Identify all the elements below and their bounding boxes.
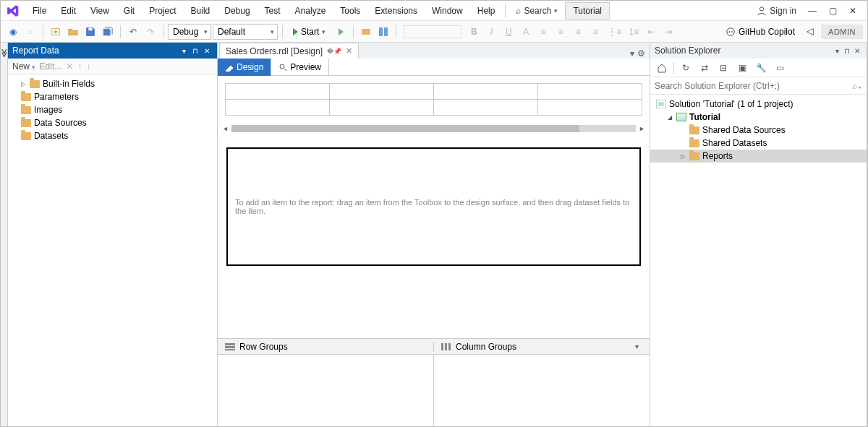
menu-search[interactable]: ⌕ Search ▾ (509, 6, 565, 16)
panel-pin-icon[interactable]: ⊓ (842, 47, 852, 55)
sol-properties-button[interactable]: 🔧 (754, 61, 768, 75)
solution-explorer-header[interactable]: Solution Explorer ▾ ⊓ ✕ (650, 43, 867, 59)
window-maximize-button[interactable]: ▢ (822, 4, 843, 18)
solution-shared-data-sources[interactable]: Shared Data Sources (650, 124, 867, 137)
menu-window[interactable]: Window (425, 3, 470, 19)
nav-fwd-button[interactable]: ○ (22, 24, 38, 40)
tool-icon-1[interactable] (358, 24, 374, 40)
menu-file[interactable]: File (25, 3, 54, 19)
svg-rect-13 (441, 343, 443, 350)
preview-mode-tab[interactable]: Preview (271, 59, 329, 76)
menu-tutorial[interactable]: Tutorial (565, 2, 610, 20)
tree-images[interactable]: Images (8, 103, 217, 116)
panel-close-icon[interactable]: ✕ (201, 45, 213, 56)
platform-select[interactable]: Default (213, 24, 278, 40)
sol-collapse-button[interactable]: ⊟ (716, 61, 731, 75)
up-icon[interactable]: ↑ (77, 61, 82, 72)
menu-tools[interactable]: Tools (333, 3, 367, 19)
save-button[interactable] (82, 24, 98, 40)
row-groups-header[interactable]: Row Groups (218, 342, 433, 352)
panel-dropdown-icon[interactable]: ▾ (832, 47, 842, 55)
outdent-button[interactable]: ⇤ (643, 24, 659, 40)
config-select[interactable]: Debug (168, 24, 211, 40)
tool-icon-2[interactable] (375, 24, 391, 40)
report-data-new-button[interactable]: New (12, 61, 35, 72)
sign-in-button[interactable]: Sign in (751, 6, 802, 16)
underline-button[interactable]: U (501, 24, 516, 40)
bold-button[interactable]: B (466, 24, 482, 40)
ruler-scrollbar[interactable]: ◄► (218, 123, 650, 134)
window-minimize-button[interactable]: ― (802, 4, 822, 18)
tree-built-in-fields[interactable]: Built-in Fields (8, 77, 217, 90)
sol-home-button[interactable] (655, 61, 669, 75)
save-all-button[interactable] (100, 24, 116, 40)
sol-showall-button[interactable]: ▣ (735, 61, 749, 75)
sol-switch-button[interactable]: ⇄ (697, 61, 712, 75)
expand-icon[interactable]: ◢ (666, 114, 673, 121)
tab-overflow-icon[interactable]: ▾ (630, 48, 634, 59)
groups-dropdown-icon[interactable]: ▾ (631, 342, 642, 350)
tab-settings-icon[interactable]: ⚙ (637, 48, 645, 59)
share-button[interactable] (802, 24, 818, 40)
open-button[interactable] (65, 24, 81, 40)
menu-extensions[interactable]: Extensions (367, 3, 425, 19)
toolbox-flyout[interactable]: ≫ (1, 43, 8, 426)
tree-parameters[interactable]: Parameters (8, 90, 217, 103)
menu-debug[interactable]: Debug (217, 3, 257, 19)
sol-refresh-button[interactable]: ↻ (678, 61, 693, 75)
italic-button[interactable]: I (483, 24, 499, 40)
row-groups-pane[interactable] (218, 355, 433, 426)
solution-project[interactable]: ◢ Tutorial (650, 111, 867, 124)
start-without-debug-button[interactable] (333, 24, 349, 40)
pin-icon[interactable]: �📌 (327, 48, 341, 55)
window-close-button[interactable]: ✕ (843, 4, 863, 18)
align-center-button[interactable]: ≡ (553, 24, 569, 40)
menu-analyze[interactable]: Analyze (288, 3, 333, 19)
redo-button[interactable]: ↷ (142, 24, 158, 40)
align-right-button[interactable]: ≡ (570, 24, 586, 40)
new-project-button[interactable] (48, 24, 64, 40)
menu-project[interactable]: Project (142, 3, 183, 19)
indent-button[interactable]: ⇥ (660, 24, 676, 40)
list-bullet-button[interactable]: ⋮≡ (605, 24, 624, 40)
column-groups-pane[interactable] (433, 355, 650, 426)
menu-git[interactable]: Git (116, 3, 142, 19)
solution-search[interactable]: ⌕▾ (650, 77, 867, 95)
solution-search-input[interactable] (655, 81, 852, 91)
expand-icon[interactable]: ▷ (679, 153, 686, 160)
list-number-button[interactable]: 1≡ (626, 24, 642, 40)
solution-reports[interactable]: ▷Reports (650, 150, 867, 163)
github-copilot-button[interactable]: GitHub Copilot (721, 27, 799, 37)
menu-help[interactable]: Help (470, 3, 503, 19)
delete-icon[interactable]: ✕ (66, 61, 73, 72)
justify-button[interactable]: ≡ (587, 24, 603, 40)
report-data-edit-button[interactable]: Edit... (40, 61, 62, 72)
menu-view[interactable]: View (83, 3, 116, 19)
report-body[interactable]: To add an item to the report: drag an it… (226, 147, 641, 266)
down-icon[interactable]: ↓ (86, 61, 90, 72)
column-groups-header[interactable]: Column Groups ▾ (433, 342, 650, 352)
undo-button[interactable]: ↶ (125, 24, 141, 40)
nav-back-button[interactable]: ◉ (5, 24, 21, 40)
panel-close-icon[interactable]: ✕ (852, 47, 862, 55)
font-color-button[interactable]: A (518, 24, 534, 40)
solution-root[interactable]: Solution 'Tutorial' (1 of 1 project) (650, 98, 867, 111)
panel-dropdown-icon[interactable]: ▾ (178, 45, 190, 56)
menu-build[interactable]: Build (184, 3, 218, 19)
close-icon[interactable]: ✕ (346, 46, 352, 56)
parameter-grid[interactable] (225, 83, 642, 116)
solution-shared-datasets[interactable]: Shared Datasets (650, 137, 867, 150)
solution-icon (656, 100, 666, 108)
menu-test[interactable]: Test (258, 3, 288, 19)
align-left-button[interactable]: ≡ (535, 24, 551, 40)
report-data-header[interactable]: Report Data ▾ ⊓ ✕ (8, 43, 217, 59)
panel-pin-icon[interactable]: ⊓ (190, 45, 201, 56)
menu-edit[interactable]: Edit (54, 3, 83, 19)
start-button[interactable]: Start ▾ (287, 27, 331, 37)
tree-data-sources[interactable]: Data Sources (8, 116, 217, 129)
tree-datasets[interactable]: Datasets (8, 129, 217, 142)
sol-preview-button[interactable]: ▭ (773, 61, 787, 75)
copilot-label: GitHub Copilot (739, 27, 795, 37)
design-mode-tab[interactable]: Design (218, 59, 271, 76)
document-tab[interactable]: Sales Orders.rdl [Design] �📌 ✕ (219, 43, 359, 59)
